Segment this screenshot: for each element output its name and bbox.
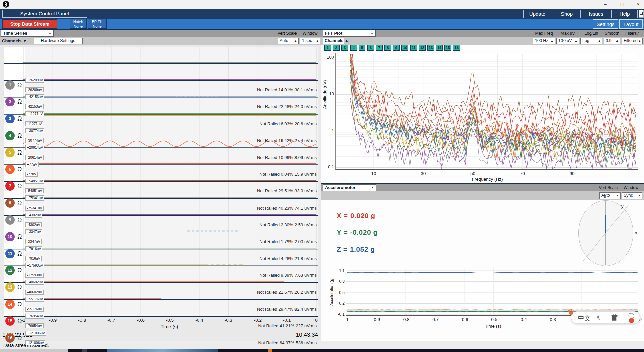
channel-toggle-15[interactable]: 15	[5, 316, 15, 326]
impedance-button-15[interactable]: Ω	[17, 318, 22, 325]
channel-toggle-14[interactable]: 14	[5, 300, 15, 309]
impedance-button-16[interactable]: Ω	[17, 335, 22, 342]
hardware-settings-button[interactable]: Hardware Settings	[34, 38, 83, 44]
shirt-icon[interactable]	[611, 314, 618, 321]
channel-vmax-label: +11271uV	[25, 111, 44, 116]
fft-title-dropdown[interactable]: FFT Plot▲	[323, 30, 376, 37]
settings-button[interactable]: Settings	[593, 19, 618, 29]
stop-data-stream-button[interactable]: Stop Data Stream	[2, 19, 57, 29]
impedance-button-12[interactable]: Ω	[17, 267, 22, 274]
fft-channel-button-4[interactable]: 4	[350, 45, 357, 51]
impedance-button-5[interactable]: Ω	[17, 149, 22, 156]
nav-button-update[interactable]: Update	[523, 10, 551, 18]
window-value: 1 sec	[302, 38, 312, 43]
accel-y-axis-title: Acceleration (g)	[329, 271, 334, 312]
impedance-button-1[interactable]: Ω	[17, 82, 22, 89]
bandpass-filter-button[interactable]: BP Filt None	[88, 19, 107, 29]
window-dropdown[interactable]: 1 sec▲	[300, 38, 320, 44]
close-button[interactable]: ✕	[633, 1, 644, 8]
console-icon[interactable]	[639, 10, 644, 18]
fft-channel-button-5[interactable]: 5	[359, 45, 365, 51]
fft-channel-button-8[interactable]: 8	[384, 45, 391, 51]
channels-dropdown-button[interactable]: Channels ▼	[2, 38, 27, 43]
fft-channel-button-7[interactable]: 7	[376, 45, 383, 51]
channel-toggle-16[interactable]: 16	[5, 333, 15, 343]
maximize-button[interactable]: ▢	[616, 1, 628, 8]
fft-ctl-dropdown-3[interactable]: 0.9▲	[604, 38, 620, 44]
channel-toggle-2[interactable]: 2	[5, 97, 15, 106]
channel-toggle-3[interactable]: 3	[5, 114, 15, 123]
nav-button-issues[interactable]: Issues	[582, 10, 610, 18]
channel-railed-status: Not Railed 29.47% 82.4 uVrms	[257, 307, 317, 312]
fft-ctl-label-3: Smooth	[602, 31, 622, 36]
channel-vmin-label: -3347uV	[25, 239, 42, 244]
channel-vmin-label: -4302uV	[25, 222, 42, 227]
channel-toggle-13[interactable]: 13	[5, 282, 15, 292]
fft-channel-button-14[interactable]: 14	[436, 45, 443, 51]
channel-vmax-label: +76954uV	[25, 314, 44, 319]
time-series-title-dropdown[interactable]: Time Series▲	[1, 30, 54, 37]
window-label: Window	[301, 31, 319, 36]
fft-series-5	[350, 71, 636, 162]
fft-channel-button-2[interactable]: 2	[333, 45, 340, 51]
chevron-up-icon: ▲	[49, 30, 51, 36]
channel-railed-status: Not Railed 22.48% 24.0 uVrms	[257, 104, 317, 109]
notch-filter-button[interactable]: Notch None	[70, 19, 87, 29]
layout-button[interactable]: Layout	[619, 19, 643, 29]
vert-scale-dropdown[interactable]: Auto▲	[278, 38, 299, 44]
ime-mascot[interactable]	[623, 312, 640, 323]
channel-toggle-9[interactable]: 9	[5, 215, 15, 225]
moon-icon[interactable]: ☾	[597, 313, 603, 321]
fft-channel-button-3[interactable]: 3	[341, 45, 348, 51]
fft-channels-dropdown[interactable]: Channels ▲	[323, 38, 344, 44]
nav-button-shop[interactable]: Shop	[553, 10, 581, 18]
fft-channel-button-12[interactable]: 12	[419, 45, 426, 51]
impedance-button-9[interactable]: Ω	[17, 217, 22, 224]
fft-ctl-dropdown-0[interactable]: 100 Hz▲	[533, 38, 555, 44]
fft-channel-button-6[interactable]: 6	[367, 45, 374, 51]
accel-subbar: Auto▲ Sync▲	[321, 191, 644, 200]
channel-toggle-1[interactable]: 1	[5, 80, 15, 90]
fft-channel-button-11[interactable]: 11	[410, 45, 417, 51]
nav-button-help[interactable]: Help	[611, 10, 638, 18]
impedance-button-14[interactable]: Ω	[17, 301, 22, 308]
channel-toggle-12[interactable]: 12	[5, 266, 15, 275]
app-logo-icon	[3, 1, 9, 8]
fft-ctl-dropdown-2[interactable]: Log▲	[580, 38, 602, 44]
impedance-button-2[interactable]: Ω	[17, 98, 22, 105]
fft-channel-button-16[interactable]: 16	[453, 45, 460, 51]
minimize-button[interactable]: –	[600, 1, 611, 8]
channel-lane-9: 9Ω+4302uV-4302uVNot Railed 2.30% 2.59 uV…	[4, 212, 318, 228]
ime-paw-icon	[568, 309, 576, 316]
ime-language-toggle[interactable]: 中文	[578, 314, 591, 323]
fft-channel-button-13[interactable]: 13	[427, 45, 434, 51]
channel-lane-4: 4Ω+30774uV-30774uVNot Railed 16.42% 27.4…	[4, 127, 318, 144]
impedance-button-8[interactable]: Ω	[17, 200, 22, 207]
impedance-button-4[interactable]: Ω	[17, 132, 22, 139]
fft-ctl-dropdown-4[interactable]: Filtered▲	[622, 38, 643, 44]
fft-channel-button-15[interactable]: 15	[444, 45, 451, 51]
channel-toggle-4[interactable]: 4	[5, 131, 15, 140]
impedance-button-11[interactable]: Ω	[17, 250, 22, 257]
fft-channel-button-10[interactable]: 10	[401, 45, 408, 51]
channel-toggle-8[interactable]: 8	[5, 198, 15, 208]
impedance-button-6[interactable]: Ω	[17, 166, 22, 173]
impedance-button-3[interactable]: Ω	[17, 115, 22, 122]
channel-lane-6: 6Ω+77uV-77uVNot Railed 0.04% 15.9 uVrms	[4, 161, 318, 178]
channel-lane-10: 10Ω+3347uV-3347uVNot Railed 1.79% 2.00 u…	[4, 228, 318, 245]
channel-vmin-label: -11271uV	[25, 121, 43, 126]
channel-toggle-6[interactable]: 6	[5, 165, 15, 174]
impedance-button-7[interactable]: Ω	[17, 183, 22, 190]
fft-channel-button-9[interactable]: 9	[393, 45, 400, 51]
accel-window-dropdown[interactable]: Sync▲	[622, 192, 642, 199]
accel-vert-scale-dropdown[interactable]: Auto▲	[599, 192, 621, 199]
accel-title-dropdown[interactable]: Accelerometer▲	[323, 184, 376, 191]
channel-toggle-11[interactable]: 11	[5, 249, 15, 258]
impedance-button-10[interactable]: Ω	[17, 233, 22, 240]
channel-toggle-5[interactable]: 5	[5, 148, 15, 157]
fft-ctl-dropdown-1[interactable]: 100 uV▲	[556, 38, 579, 44]
channel-toggle-10[interactable]: 10	[5, 232, 15, 241]
channel-toggle-7[interactable]: 7	[5, 181, 15, 191]
impedance-button-13[interactable]: Ω	[17, 284, 22, 291]
fft-channel-button-1[interactable]: 1	[324, 45, 331, 51]
